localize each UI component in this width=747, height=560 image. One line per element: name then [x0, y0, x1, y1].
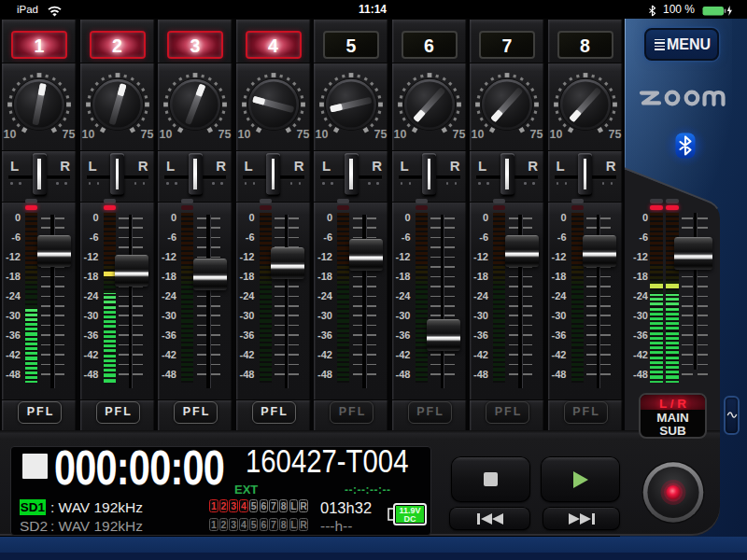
svg-text:75: 75: [63, 128, 76, 141]
svg-text:75: 75: [140, 128, 153, 141]
svg-text:75: 75: [608, 128, 621, 141]
svg-text:75: 75: [296, 128, 309, 141]
svg-text:10: 10: [237, 128, 250, 141]
svg-text:10: 10: [81, 128, 94, 141]
svg-text:10: 10: [393, 128, 406, 141]
svg-text:75: 75: [452, 128, 465, 141]
svg-text:10: 10: [316, 128, 329, 141]
svg-text:75: 75: [530, 128, 543, 141]
svg-text:10: 10: [549, 128, 562, 141]
svg-text:75: 75: [218, 128, 232, 141]
svg-text:10: 10: [4, 128, 17, 141]
svg-text:10: 10: [472, 128, 485, 141]
svg-text:10: 10: [160, 128, 173, 141]
svg-text:75: 75: [374, 128, 388, 141]
svg-text:DC: DC: [404, 514, 416, 524]
